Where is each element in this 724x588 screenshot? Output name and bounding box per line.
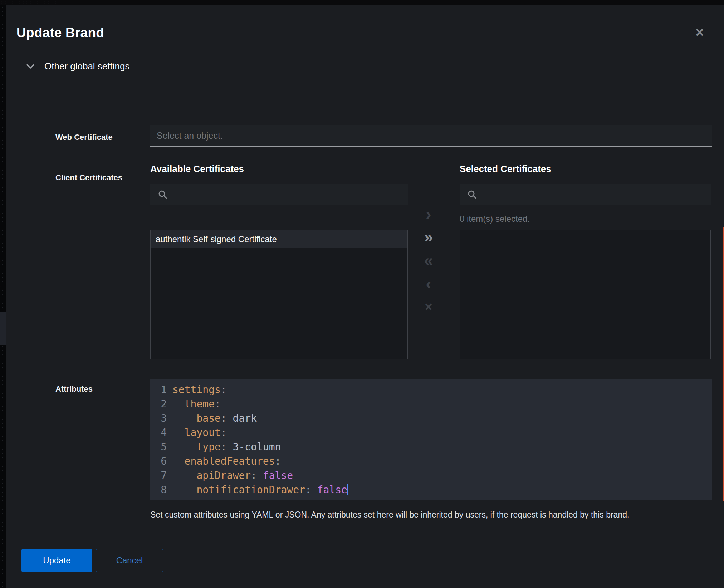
- attributes-code-editor[interactable]: 1settings:2 theme:3 base: dark4 layout:5…: [150, 379, 712, 500]
- selected-status-text: 0 item(s) selected.: [460, 214, 530, 224]
- background-sidebar-strip: ››››››››: [0, 5, 6, 588]
- top-background-bar: [0, 0, 724, 5]
- sidebar-chevron-icon-partial: ›: [0, 234, 5, 241]
- update-button[interactable]: Update: [21, 549, 92, 572]
- attributes-code-lines: 1settings:2 theme:3 base: dark4 layout:5…: [150, 383, 712, 497]
- web-certificate-label: Web Certificate: [55, 133, 113, 142]
- code-line: 2 theme:: [150, 397, 712, 411]
- background-dot-pattern: [0, 0, 57, 5]
- transfer-add-selected-button[interactable]: ›: [418, 204, 439, 224]
- selected-search-input[interactable]: [460, 184, 711, 205]
- code-line: 1settings:: [150, 383, 712, 397]
- code-line: 4 layout:: [150, 426, 712, 440]
- code-line: 5 type: 3-column: [150, 440, 712, 454]
- code-line: 3 base: dark: [150, 411, 712, 426]
- transfer-add-all-button[interactable]: »: [418, 227, 439, 247]
- available-certificates-list: authentik Self-signed Certificate: [150, 230, 408, 359]
- sidebar-chevron-icon-partial: ›: [0, 283, 5, 290]
- cancel-button[interactable]: Cancel: [96, 549, 163, 572]
- transfer-remove-selected-button[interactable]: ‹: [418, 274, 439, 294]
- section-label: Other global settings: [44, 61, 129, 72]
- sidebar-chevron-icon-partial: ›: [0, 258, 5, 265]
- selected-certificates-list: [460, 230, 711, 359]
- transfer-remove-all-button[interactable]: «: [418, 250, 439, 270]
- code-line: 6 enabledFeatures:: [150, 454, 712, 469]
- modal-title: Update Brand: [16, 25, 104, 40]
- update-brand-page: ›››››››› Update Brand × Other global set…: [0, 0, 724, 588]
- sidebar-chevron-icon-partial: ›: [0, 305, 5, 312]
- sidebar-chevron-icon-partial: ›: [0, 210, 5, 217]
- section-toggle-other-global-settings[interactable]: Other global settings: [26, 61, 129, 72]
- available-search-wrap: [150, 184, 408, 205]
- selected-certificates-heading: Selected Certificates: [460, 163, 551, 175]
- code-line: 7 apiDrawer: false: [150, 469, 712, 483]
- selected-search-wrap: [460, 184, 711, 205]
- chevron-down-icon: [26, 64, 34, 69]
- attributes-label: Attributes: [55, 384, 93, 394]
- available-certificate-item[interactable]: authentik Self-signed Certificate: [151, 230, 407, 248]
- search-icon: [468, 190, 477, 199]
- sidebar-active-item-partial: [0, 312, 6, 345]
- attributes-help-text: Set custom attributes using YAML or JSON…: [150, 510, 708, 520]
- client-certificates-label: Client Certificates: [55, 173, 122, 182]
- sidebar-chevron-icon-partial: ›: [0, 76, 5, 83]
- sidebar-chevron-icon-partial: ›: [0, 185, 5, 192]
- update-brand-modal: Update Brand × Other global settings Web…: [6, 5, 724, 588]
- code-line: 8 notificationDrawer: false: [150, 483, 712, 497]
- available-search-input[interactable]: [150, 184, 408, 205]
- sidebar-chevron-icon-partial: ›: [0, 423, 5, 430]
- web-certificate-select[interactable]: [150, 125, 712, 147]
- transfer-clear-button[interactable]: ×: [418, 297, 439, 317]
- available-certificates-heading: Available Certificates: [150, 163, 244, 175]
- search-icon: [158, 190, 167, 199]
- text-cursor: [347, 484, 348, 495]
- close-icon[interactable]: ×: [691, 24, 708, 41]
